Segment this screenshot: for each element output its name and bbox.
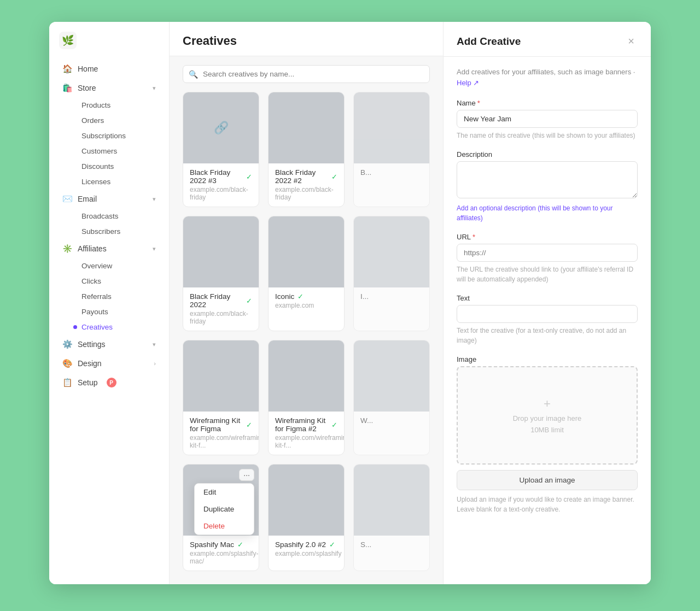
context-menu-duplicate[interactable]: Duplicate [195, 501, 254, 518]
affiliates-icon: ✳️ [62, 244, 72, 254]
sidebar-item-label: Design [78, 359, 102, 368]
sidebar-item-subscriptions[interactable]: Subscriptions [52, 128, 166, 143]
add-creative-panel: Add Creative × Add creatives for your af… [443, 22, 651, 584]
sidebar-item-setup[interactable]: 📋 Setup P [52, 373, 166, 392]
description-hint: Add an optional description (this will b… [457, 203, 638, 223]
creative-name: Wireframing Kit for Figma #2 [275, 416, 328, 433]
sidebar-item-referrals[interactable]: Referrals [52, 289, 166, 304]
panel-header: Add Creative × [444, 22, 651, 57]
creative-card-body: Spashify Mac ✓ example.com/splashify-mac… [183, 536, 259, 571]
sidebar-item-orders[interactable]: Orders [52, 113, 166, 128]
sidebar-item-subscribers[interactable]: Subscribers [52, 224, 166, 239]
creative-card-body: Wireframing Kit for Figma #2 ✓ example.c… [269, 412, 344, 455]
sidebar-nav: 🏠 Home 🛍️ Store ▾ Products Orders Subscr… [49, 59, 169, 584]
creative-thumbnail [269, 92, 344, 163]
context-menu-delete[interactable]: Delete [195, 518, 254, 534]
check-icon: ✓ [298, 292, 304, 301]
url-input[interactable] [457, 244, 638, 262]
sidebar-item-products[interactable]: Products [52, 98, 166, 113]
description-textarea[interactable] [457, 161, 638, 198]
name-input[interactable] [457, 110, 638, 128]
sidebar-item-home[interactable]: 🏠 Home [52, 60, 166, 78]
creative-name: Black Friday 2022 [190, 292, 243, 309]
drop-text: Drop your image here [513, 414, 582, 422]
creative-card-title: W... [360, 416, 423, 425]
home-icon: 🏠 [62, 64, 72, 74]
desc-hint-span: Add an optional description [457, 204, 536, 212]
dot-icon [73, 164, 77, 168]
sidebar-item-design[interactable]: 🎨 Design › [52, 354, 166, 373]
sidebar-item-label: Affiliates [78, 244, 107, 253]
search-bar-container: 🔍 [183, 65, 430, 83]
creative-card: W... [353, 340, 430, 455]
size-limit-text: 10MB limit [530, 426, 564, 434]
creative-thumbnail [354, 465, 429, 536]
creative-card-body: Wireframing Kit for Figma ✓ example.com/… [183, 412, 259, 455]
creative-card-title: I... [360, 292, 423, 301]
design-icon: 🎨 [62, 359, 72, 368]
duplicate-label: Duplicate [203, 505, 234, 513]
sidebar-item-broadcasts[interactable]: Broadcasts [52, 209, 166, 224]
main-content: Creatives 🔍 🔗 Black Friday 2022 #3 ✓ exa… [170, 22, 443, 584]
search-input[interactable] [183, 65, 430, 83]
sidebar-item-payouts[interactable]: Payouts [52, 304, 166, 319]
url-hint: The URL the creative should link to (you… [457, 265, 638, 284]
dot-icon [73, 134, 77, 138]
creative-name: S... [360, 540, 371, 549]
sidebar-item-label: Orders [81, 116, 104, 125]
sidebar-item-licenses[interactable]: Licenses [52, 174, 166, 189]
sidebar-item-affiliates[interactable]: ✳️ Affiliates ▾ [52, 239, 166, 258]
dot-icon [73, 230, 77, 233]
dot-icon [73, 103, 77, 107]
required-indicator: * [472, 233, 475, 241]
panel-title: Add Creative [457, 36, 521, 48]
sidebar-item-creatives[interactable]: Creatives [52, 320, 166, 334]
check-icon: ✓ [246, 173, 252, 181]
description-label: Description [457, 150, 638, 158]
creative-name: Black Friday 2022 #3 [190, 168, 243, 185]
sidebar-item-customers[interactable]: Customers [52, 144, 166, 158]
sidebar-item-clicks[interactable]: Clicks [52, 274, 166, 289]
help-link[interactable]: Help ↗ [457, 79, 479, 87]
creative-card-body: Spashify 2.0 #2 ✓ example.com/splashify [269, 536, 344, 563]
sidebar-item-label: Products [81, 101, 110, 109]
panel-description: Add creatives for your affiliates, such … [457, 67, 638, 88]
creative-card: S... [353, 464, 430, 571]
chevron-down-icon: ▾ [153, 196, 156, 203]
creative-thumbnail [354, 340, 429, 412]
creative-name: I... [360, 292, 369, 301]
sidebar-item-store[interactable]: 🛍️ Store ▾ [52, 79, 166, 97]
creatives-grid: 🔗 Black Friday 2022 #3 ✓ example.com/bla… [170, 83, 443, 584]
dot-icon [73, 119, 77, 122]
creative-card-body: Black Friday 2022 #3 ✓ example.com/black… [183, 163, 259, 207]
sidebar-item-discounts[interactable]: Discounts [52, 159, 166, 174]
creative-card-url: example.com/black-friday [190, 186, 252, 201]
setup-icon: 📋 [62, 378, 72, 387]
context-menu-edit[interactable]: Edit [195, 484, 254, 501]
upload-image-button[interactable]: Upload an image [457, 470, 638, 490]
creative-card: I... [353, 216, 430, 331]
sidebar-item-settings[interactable]: ⚙️ Settings ▾ [52, 335, 166, 354]
sidebar-item-overview[interactable]: Overview [52, 258, 166, 273]
creative-card-url: example.com/splashify-mac/ [190, 550, 252, 565]
name-label: Name * [457, 99, 638, 107]
creative-thumbnail [183, 216, 259, 287]
card-menu-button[interactable]: ··· [239, 469, 254, 481]
sidebar-item-label: Payouts [81, 308, 108, 316]
text-input[interactable] [457, 305, 638, 323]
dot-icon [73, 149, 77, 153]
creative-card-body: I... [354, 287, 429, 306]
edit-label: Edit [203, 488, 216, 496]
check-icon: ✓ [331, 173, 337, 181]
creative-card: B... [353, 92, 430, 207]
creative-name: Wireframing Kit for Figma [190, 416, 243, 433]
creative-card: 🔗 Black Friday 2022 #3 ✓ example.com/bla… [183, 92, 259, 207]
sidebar-item-email[interactable]: ✉️ Email ▾ [52, 190, 166, 208]
panel-body: Add creatives for your affiliates, such … [444, 57, 651, 584]
creative-card-url: example.com [275, 302, 337, 309]
image-drop-zone[interactable]: + Drop your image here 10MB limit [457, 366, 638, 465]
panel-close-button[interactable]: × [625, 34, 638, 49]
text-field-group: Text Text for the creative (for a text-o… [457, 294, 638, 345]
active-dot-icon [73, 325, 77, 329]
url-label: URL * [457, 233, 638, 241]
